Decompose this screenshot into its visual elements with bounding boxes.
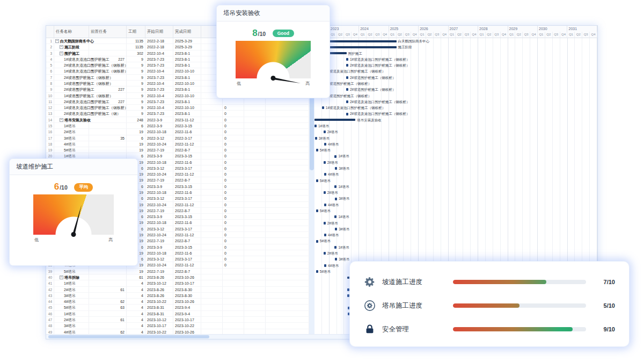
gantt-task-bar[interactable] — [346, 100, 348, 103]
gantt-task-bar[interactable] — [324, 131, 326, 133]
table-cell: 0 — [223, 147, 244, 153]
gantt-task-bar[interactable] — [324, 173, 326, 176]
gantt-task-bar[interactable] — [324, 222, 326, 225]
gantt-task-bar[interactable] — [314, 125, 317, 127]
table-cell: 0 — [223, 256, 244, 262]
gantt-task-bar[interactable] — [324, 143, 326, 146]
table-cell: 6 — [127, 153, 145, 158]
table-row[interactable]: 411#塔吊42023-10-122023-10-17 — [46, 280, 309, 286]
table-row[interactable]: 461#塔吊42023-8-312023-9-4 — [46, 311, 309, 317]
quarter-label: Q2 — [397, 32, 404, 38]
gantt-task-bar[interactable] — [346, 88, 348, 91]
horizontal-scrollbar-thumb[interactable] — [48, 335, 209, 338]
table-row[interactable]: 132#坡道及港池口围护桩施工（钢）92023-7-232023-8-10 — [46, 111, 309, 117]
table-cell: 2022-10-24 — [145, 262, 173, 267]
gantt-task-bar[interactable] — [324, 264, 326, 267]
quarter-label: Q4 — [441, 32, 449, 38]
table-cell — [223, 317, 244, 322]
gantt-task-bar[interactable] — [347, 294, 349, 297]
gantt-task-bar[interactable] — [324, 252, 326, 255]
table-cell: 2022-7-19 — [145, 269, 173, 274]
gantt-task-bar[interactable] — [334, 246, 336, 249]
collapse-toggle[interactable]: − — [60, 45, 63, 49]
gantt-bar-label: 1#坡道围护桩施工（钢板桩） — [326, 93, 371, 99]
table-row[interactable]: 162#塔吊192022-10-182022-11-60 — [46, 129, 309, 135]
gantt-task-bar[interactable] — [335, 258, 337, 260]
table-cell — [244, 117, 266, 122]
table-cell — [89, 274, 127, 280]
gantt-task-bar[interactable] — [335, 228, 337, 230]
table-cell: 2023-7-23 — [145, 62, 173, 68]
collapse-toggle[interactable]: − — [60, 52, 63, 55]
table-row[interactable]: 112#坡道及港池口围护桩施工22792023-7-232023-8-1 — [46, 99, 309, 105]
table-row[interactable]: 455#塔吊6342023-8-312023-9-4 — [46, 305, 309, 310]
table-cell — [266, 269, 309, 274]
row-number: 13 — [46, 111, 54, 116]
table-cell: 2023-10-22 — [173, 323, 201, 328]
table-cell: 6 — [127, 123, 145, 128]
score-denominator: /10 — [258, 31, 266, 37]
table-cell: 0 — [223, 184, 244, 189]
table-row[interactable]: 422#塔吊6142023-8-262023-8-30 — [46, 287, 309, 293]
table-cell — [244, 129, 266, 134]
gantt-task-bar[interactable] — [324, 191, 326, 194]
gantt-bar-label: 5#塔吊 — [320, 147, 331, 153]
gantt-task-bar[interactable] — [335, 198, 337, 200]
gantt-task-bar[interactable] — [347, 288, 349, 291]
table-cell — [89, 141, 127, 147]
gantt-bar-label: 2#塔吊 — [327, 190, 338, 196]
gantt-task-bar[interactable] — [346, 76, 348, 79]
table-cell: 2022-7-19 — [145, 147, 173, 153]
table-cell — [266, 311, 309, 316]
table-row[interactable]: 472#塔吊6142023-10-122023-10-17 — [46, 317, 309, 323]
gantt-task-bar[interactable] — [334, 155, 336, 158]
gantt-task-bar[interactable] — [346, 64, 348, 67]
task-name-cell: −围护施工 — [54, 50, 89, 56]
task-name-cell: 5#塔吊 — [54, 147, 89, 153]
table-row[interactable]: 195#塔吊192022-7-192022-8-70 — [46, 147, 309, 153]
table-row[interactable]: 184#塔吊192022-10-242022-11-120 — [46, 141, 309, 147]
table-row[interactable]: 173#塔吊3562022-3-122022-3-170 — [46, 135, 309, 141]
table-cell: 2023-7-23 — [145, 56, 173, 62]
gantt-task-bar[interactable] — [335, 167, 337, 170]
table-cell — [266, 287, 309, 292]
quarter-label: Q1 — [567, 32, 575, 38]
table-cell: 4 — [127, 299, 145, 304]
table-row[interactable]: 201#塔吊62023-3-92023-3-150 — [46, 153, 309, 159]
collapse-toggle[interactable]: − — [55, 39, 59, 43]
gantt-task-bar[interactable] — [316, 240, 318, 243]
table-row[interactable]: 40−塔吊拆除612023-8-262023-10-26 — [46, 274, 309, 280]
gantt-task-bar[interactable] — [316, 149, 318, 151]
table-row[interactable]: 14−塔吊安装及验收2482022-3-92023-11-120 — [46, 117, 309, 123]
collapse-toggle[interactable]: − — [60, 276, 63, 279]
table-row[interactable]: 433#塔吊42023-8-262023-8-30 — [46, 293, 309, 299]
gantt-task-bar[interactable] — [324, 234, 326, 236]
gantt-task-bar[interactable] — [346, 113, 348, 115]
table-row[interactable]: 483#塔吊42023-10-172023-10-22 — [46, 323, 309, 329]
gantt-task-bar[interactable] — [324, 204, 326, 206]
table-cell — [244, 153, 266, 158]
table-cell — [244, 287, 266, 292]
table-cell: 2023-8-1 — [173, 62, 201, 68]
gantt-task-bar[interactable] — [316, 209, 318, 212]
gantt-task-bar[interactable] — [324, 161, 326, 164]
table-cell: 2023-7-23 — [145, 99, 173, 104]
gantt-task-bar[interactable] — [334, 185, 336, 188]
gantt-task-bar[interactable] — [346, 58, 348, 61]
table-row[interactable]: 151#塔吊62022-3-92022-3-150 — [46, 123, 309, 129]
gantt-task-bar[interactable] — [316, 270, 318, 273]
table-row[interactable]: 444#塔吊6242023-10-222023-10-26 — [46, 299, 309, 305]
table-cell — [266, 232, 309, 237]
gantt-task-bar[interactable] — [316, 179, 318, 182]
table-row[interactable]: 121#坡道及港池口围护桩施工（钢板桩）92022-10-42022-10-10… — [46, 105, 309, 111]
gantt-bar-label: 2#坡道围护桩施工（钢板桩） — [350, 86, 396, 92]
table-row[interactable]: 395#塔吊192022-7-192022-8-7 — [46, 269, 309, 274]
gauge-arc — [236, 41, 311, 78]
task-name-cell: 1#塔吊 — [54, 123, 89, 128]
table-cell — [223, 269, 244, 274]
gantt-task-bar[interactable] — [315, 137, 317, 140]
gantt-summary-bar[interactable] — [314, 119, 355, 121]
gantt-bar-label: 3#塔吊 — [319, 135, 330, 141]
collapse-toggle[interactable]: − — [60, 118, 63, 122]
gantt-task-bar[interactable] — [322, 106, 324, 109]
